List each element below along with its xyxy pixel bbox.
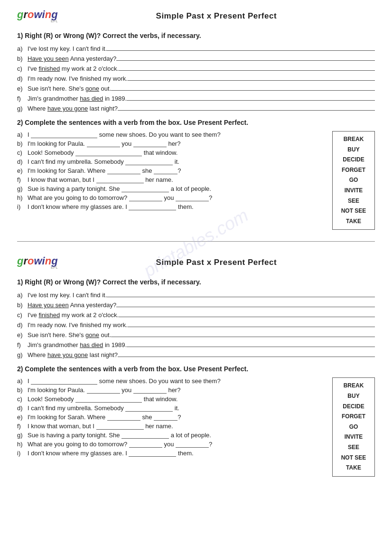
word-box: BREAK BUY DECIDE FORGET GO INVITE SEE NO… — [332, 131, 375, 230]
box-word: TAKE — [337, 216, 370, 227]
list-item: f) Jim's grandmother has died in 1989. — [17, 94, 375, 102]
list-item: e) I'm looking for Sarah. Where she ? — [17, 414, 327, 421]
list-item: d) I'm ready now. I've finished my work. — [17, 320, 375, 329]
blank[interactable] — [125, 159, 173, 165]
blank[interactable] — [96, 177, 144, 183]
list-item: g) Sue is having a party tonight. She a … — [17, 185, 327, 192]
header: growing EFL Simple Past x Present Perfec… — [17, 9, 375, 23]
blank[interactable] — [129, 204, 176, 210]
item-text: Jim's grandmother has died in 1989. — [28, 95, 127, 102]
list-item: a) I've lost my key. I can't find it. — [17, 44, 375, 52]
answer-line[interactable] — [128, 74, 375, 81]
answer-line[interactable] — [118, 104, 375, 111]
box-word: GO — [337, 422, 370, 433]
item-text: I'm ready now. I've finished my work. — [28, 75, 128, 82]
box-word: GO — [337, 175, 370, 186]
item-label: b) — [17, 55, 28, 62]
page-title-bottom: Simple Past x Present Perfect — [58, 258, 375, 267]
blank[interactable] — [176, 195, 209, 201]
section1-list-bottom: a) I've lost my key. I can't find it. b)… — [17, 291, 375, 358]
box-word: FORGET — [337, 165, 370, 176]
blank[interactable] — [107, 414, 140, 421]
answer-line[interactable] — [116, 301, 375, 307]
section2-sentences: a) I some new shoes. Do you want to see … — [17, 131, 327, 230]
list-item: b) Have you seen Anna yesterday? — [17, 301, 375, 309]
blank[interactable] — [133, 141, 167, 147]
item-text: I've finished my work at 2 o'clock. — [28, 65, 119, 72]
blank[interactable] — [96, 423, 144, 430]
list-item: e) Sue isn't here. She's gone out. — [17, 84, 375, 92]
blank[interactable] — [125, 405, 173, 412]
section1-title: 1) Right (R) or Wrong (W)? Correct the v… — [17, 32, 375, 39]
answer-line[interactable] — [111, 84, 375, 91]
blank[interactable] — [129, 195, 162, 201]
page-divider — [17, 241, 375, 242]
item-text: Sue isn't here. She's gone out. — [28, 85, 111, 92]
blank[interactable] — [154, 168, 177, 174]
item-label: e) — [17, 85, 28, 92]
list-item: h) What are you going to do tomorrow? yo… — [17, 194, 327, 201]
answer-line[interactable] — [127, 340, 375, 347]
box-word: NOT SEE — [337, 206, 370, 216]
blank[interactable] — [31, 132, 97, 138]
blank[interactable] — [87, 387, 120, 394]
blank[interactable] — [129, 441, 162, 448]
bottom-section: growing EFL Simple Past x Present Perfec… — [0, 246, 392, 486]
list-item: b) I'm looking for Paula. you her? — [17, 386, 327, 394]
answer-line[interactable] — [128, 320, 375, 327]
list-item: g) Where have you gone last night? — [17, 350, 375, 358]
blank[interactable] — [87, 141, 120, 147]
blank[interactable] — [129, 450, 176, 457]
answer-line[interactable] — [116, 54, 375, 61]
box-word: FORGET — [337, 412, 370, 422]
list-item: i) I don't know where my glasses are. I … — [17, 203, 327, 210]
blank[interactable] — [154, 414, 177, 421]
box-word: INVITE — [337, 186, 370, 196]
list-item: d) I can't find my umbrella. Somebody it… — [17, 404, 327, 412]
logo: growing EFL — [17, 9, 58, 23]
answer-line[interactable] — [118, 350, 375, 357]
item-label: g) — [17, 105, 28, 112]
box-word: BREAK — [337, 134, 370, 145]
box-word: BREAK — [337, 381, 370, 391]
list-item: i) I don't know where my glasses are. I … — [17, 450, 327, 457]
item-label: f) — [17, 95, 28, 102]
item-text: Have you seen Anna yesterday? — [28, 55, 116, 62]
box-word: SEE — [337, 442, 370, 453]
answer-line[interactable] — [119, 310, 375, 317]
answer-line[interactable] — [107, 44, 375, 51]
list-item: e) Sue isn't here. She's gone out. — [17, 330, 375, 339]
answer-line[interactable] — [119, 64, 375, 71]
blank[interactable] — [133, 387, 167, 394]
list-item: f) I know that woman, but I her name. — [17, 423, 327, 430]
answer-line[interactable] — [107, 291, 375, 297]
blank[interactable] — [75, 150, 142, 156]
list-item: d) I'm ready now. I've finished my work. — [17, 74, 375, 82]
blank[interactable] — [121, 186, 169, 192]
section2-title: 2) Complete the sentences with a verb fr… — [17, 119, 375, 126]
blank[interactable] — [31, 378, 97, 385]
section2-title-bottom: 2) Complete the sentences with a verb fr… — [17, 365, 375, 373]
section1-list: a) I've lost my key. I can't find it. b)… — [17, 44, 375, 112]
list-item: b) Have you seen Anna yesterday? — [17, 54, 375, 62]
box-word: NOT SEE — [337, 453, 370, 463]
blank[interactable] — [75, 396, 142, 403]
box-word: DECIDE — [337, 402, 370, 412]
section2-content-bottom: a) I some new shoes. Do you want to see … — [17, 377, 375, 476]
header-bottom: growing EFL Simple Past x Present Perfec… — [17, 255, 375, 270]
answer-line[interactable] — [111, 330, 375, 337]
list-item: b) I'm looking for Paula. you her? — [17, 140, 327, 147]
logo-bottom: growing EFL — [17, 255, 58, 270]
list-item: c) I've finished my work at 2 o'clock. — [17, 310, 375, 319]
blank[interactable] — [121, 432, 169, 439]
answer-line[interactable] — [127, 94, 375, 101]
box-word: TAKE — [337, 463, 370, 473]
section1-title-bottom: 1) Right (R) or Wrong (W)? Correct the v… — [17, 278, 375, 286]
blank[interactable] — [176, 441, 209, 448]
list-item: e) I'm looking for Sarah. Where she ? — [17, 167, 327, 174]
item-label: c) — [17, 65, 28, 72]
blank[interactable] — [107, 168, 140, 174]
item-text: Where have you gone last night? — [28, 105, 118, 112]
item-label: d) — [17, 75, 28, 82]
page-title: Simple Past x Present Perfect — [58, 11, 375, 21]
